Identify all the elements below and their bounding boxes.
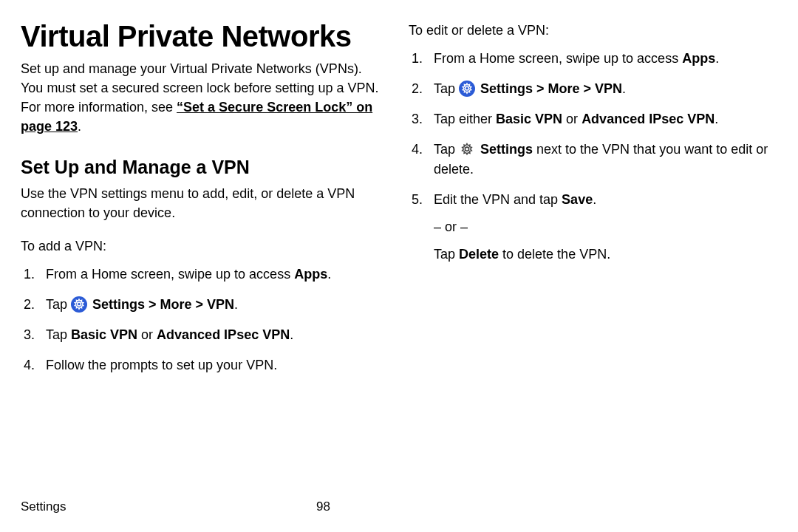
section-lead: Use the VPN settings menu to add, edit, … [21,184,383,222]
page-footer: Settings 98 [21,499,777,514]
svg-point-2 [465,147,468,151]
add-vpn-steps: From a Home screen, swipe up to access A… [21,265,383,375]
add-vpn-label: To add a VPN: [21,236,383,256]
edit-step-4: Tap Settings next to the VPN that you wa… [409,140,771,180]
edit-vpn-steps: From a Home screen, swipe up to access A… [409,49,771,265]
edit-step-5: Edit the VPN and tap Save. – or – Tap De… [409,190,771,265]
edit-step-5-delete: Tap Delete to delete the VPN. [434,245,771,265]
intro-paragraph: Set up and manage your Virtual Private N… [21,59,383,136]
settings-gear-outline-icon [459,141,475,157]
edit-step-5-or: – or – [434,217,771,237]
add-step-2: Tap Settings > More > VPN. [21,295,383,315]
settings-gear-icon [71,296,87,313]
add-step-4: Follow the prompts to set up your VPN. [21,355,383,375]
edit-step-1: From a Home screen, swipe up to access A… [409,49,771,69]
edit-step-2: Tap Settings > More > VPN. [409,79,771,99]
edit-vpn-label: To edit or delete a VPN: [409,21,771,40]
settings-gear-icon [459,81,475,97]
intro-text-b: . [78,119,81,134]
footer-page-number: 98 [316,499,330,514]
add-step-1: From a Home screen, swipe up to access A… [21,265,383,284]
add-step-3: Tap Basic VPN or Advanced IPsec VPN. [21,325,383,345]
page-title: Virtual Private Networks [21,21,383,52]
section-heading: Set Up and Manage a VPN [21,157,383,178]
edit-step-3: Tap either Basic VPN or Advanced IPsec V… [409,109,771,129]
footer-section-name: Settings [21,499,316,514]
